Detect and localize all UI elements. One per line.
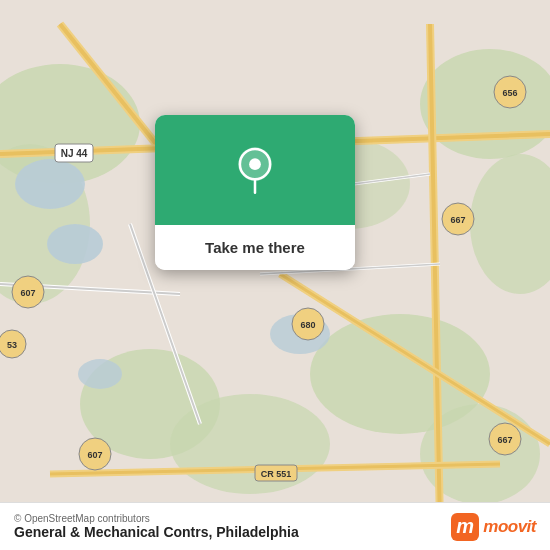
moovit-icon: m: [451, 513, 479, 541]
svg-point-13: [78, 359, 122, 389]
svg-text:CR 551: CR 551: [261, 469, 292, 479]
location-pin-icon: [229, 144, 281, 196]
svg-point-53: [249, 158, 261, 170]
bottom-bar: © OpenStreetMap contributors General & M…: [0, 502, 550, 550]
svg-text:667: 667: [450, 215, 465, 225]
svg-text:NJ 44: NJ 44: [61, 148, 88, 159]
take-me-there-button[interactable]: Take me there: [155, 225, 355, 270]
svg-text:53: 53: [7, 340, 17, 350]
business-name: General & Mechanical Contrs, Philadelphi…: [14, 524, 299, 540]
moovit-logo: m moovit: [451, 513, 536, 541]
bottom-left: © OpenStreetMap contributors General & M…: [14, 513, 299, 540]
popup-card: Take me there: [155, 115, 355, 270]
svg-point-10: [15, 159, 85, 209]
popup-green-area: [155, 115, 355, 225]
svg-text:656: 656: [502, 88, 517, 98]
svg-text:607: 607: [87, 450, 102, 460]
svg-text:607: 607: [20, 288, 35, 298]
moovit-text: moovit: [483, 517, 536, 537]
svg-point-11: [47, 224, 103, 264]
map-attribution: © OpenStreetMap contributors: [14, 513, 299, 524]
svg-text:667: 667: [497, 435, 512, 445]
svg-text:680: 680: [300, 320, 315, 330]
map-container: NJ 44 656 607 607 667 667 680 53 CR 551: [0, 0, 550, 550]
